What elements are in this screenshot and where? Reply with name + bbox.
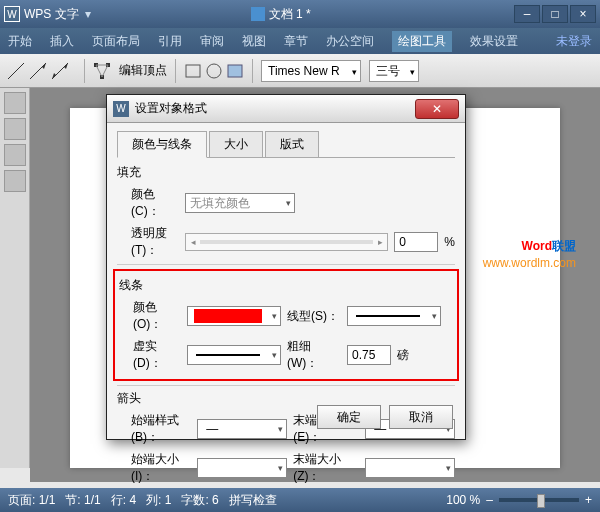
end-size-combo[interactable] xyxy=(365,458,455,478)
line-dash-label: 虚实(D)： xyxy=(119,338,181,372)
font-combo[interactable]: Times New R xyxy=(261,60,361,82)
zoom-value[interactable]: 100 % xyxy=(446,493,480,507)
svg-rect-9 xyxy=(186,65,200,77)
cancel-button[interactable]: 取消 xyxy=(389,405,453,429)
fill-color-combo[interactable]: 无填充颜色 xyxy=(185,193,295,213)
tab-layout[interactable]: 版式 xyxy=(265,131,319,158)
menu-office[interactable]: 办公空间 xyxy=(326,33,374,50)
qa-save-icon[interactable] xyxy=(4,144,26,166)
app-dropdown-icon[interactable]: ▾ xyxy=(85,7,91,21)
dialog-icon: W xyxy=(113,101,129,117)
begin-size-combo[interactable] xyxy=(197,458,287,478)
menu-chapter[interactable]: 章节 xyxy=(284,33,308,50)
status-page[interactable]: 页面: 1/1 xyxy=(8,492,55,509)
line-color-label: 颜色(O)： xyxy=(119,299,181,333)
dialog-titlebar[interactable]: W 设置对象格式 ✕ xyxy=(107,95,465,123)
red-swatch-icon xyxy=(194,309,262,323)
watermark-url: www.wordlm.com xyxy=(483,256,576,270)
qa-print-icon[interactable] xyxy=(4,170,26,192)
status-bar: 页面: 1/1 节: 1/1 行: 4 列: 1 字数: 6 拼写检查 100 … xyxy=(0,488,600,512)
tab-size[interactable]: 大小 xyxy=(209,131,263,158)
font-size-combo[interactable]: 三号 xyxy=(369,60,419,82)
format-object-dialog: W 设置对象格式 ✕ 颜色与线条 大小 版式 填充 颜色(C)： 无填充颜色 透… xyxy=(106,94,466,440)
status-spell[interactable]: 拼写检查 xyxy=(229,492,277,509)
begin-size-label: 始端大小(I)： xyxy=(117,451,191,485)
line-style-label: 线型(S)： xyxy=(287,308,341,325)
line-weight-label: 粗细(W)： xyxy=(287,338,341,372)
menu-effects[interactable]: 效果设置 xyxy=(470,33,518,50)
begin-style-label: 始端样式(B)： xyxy=(117,412,191,446)
line-style-combo[interactable] xyxy=(347,306,441,326)
line-weight-unit: 磅 xyxy=(397,347,409,364)
transparency-slider[interactable]: ◂▸ xyxy=(185,233,388,251)
watermark-logo: Word联盟 xyxy=(522,234,576,255)
edit-vertex-icon[interactable] xyxy=(93,62,111,80)
menu-review[interactable]: 审阅 xyxy=(200,33,224,50)
document-title: 文档 1 * xyxy=(269,6,311,23)
line-group-label: 线条 xyxy=(119,277,453,294)
document-icon xyxy=(251,7,265,21)
zoom-in-button[interactable]: + xyxy=(585,493,592,507)
status-chars[interactable]: 字数: 6 xyxy=(181,492,218,509)
menu-login[interactable]: 未登录 xyxy=(556,33,592,50)
svg-rect-11 xyxy=(228,65,242,77)
title-bar: W WPS 文字 ▾ 文档 1 * – □ × xyxy=(0,0,600,28)
zoom-out-button[interactable]: – xyxy=(486,493,493,507)
zoom-slider[interactable] xyxy=(499,498,579,502)
menu-view[interactable]: 视图 xyxy=(242,33,266,50)
line-section-highlight: 线条 颜色(O)： 线型(S)： 虚实(D)： 粗细(W)： 0.75 磅 xyxy=(113,269,459,381)
status-section[interactable]: 节: 1/1 xyxy=(65,492,100,509)
menu-ref[interactable]: 引用 xyxy=(158,33,182,50)
menu-start[interactable]: 开始 xyxy=(8,33,32,50)
transparency-unit: % xyxy=(444,235,455,249)
menu-insert[interactable]: 插入 xyxy=(50,33,74,50)
dialog-title: 设置对象格式 xyxy=(135,100,207,117)
line-color-combo[interactable] xyxy=(187,306,281,326)
menu-bar: 开始 插入 页面布局 引用 审阅 视图 章节 办公空间 绘图工具 效果设置 未登… xyxy=(0,28,600,54)
tab-color-line[interactable]: 颜色与线条 xyxy=(117,131,207,158)
menu-layout[interactable]: 页面布局 xyxy=(92,33,140,50)
line-weight-spinner[interactable]: 0.75 xyxy=(347,345,391,365)
svg-point-10 xyxy=(207,64,221,78)
status-col[interactable]: 列: 1 xyxy=(146,492,171,509)
ok-button[interactable]: 确定 xyxy=(317,405,381,429)
qa-open-icon[interactable] xyxy=(4,118,26,140)
transparency-spinner[interactable]: 0 xyxy=(394,232,438,252)
app-name: WPS 文字 xyxy=(24,6,79,23)
app-icon: W xyxy=(4,6,20,22)
ribbon: 编辑顶点 Times New R 三号 xyxy=(0,54,600,88)
menu-drawing-tools[interactable]: 绘图工具 xyxy=(392,31,452,52)
edit-vertex-label[interactable]: 编辑顶点 xyxy=(119,62,167,79)
svg-line-0 xyxy=(8,63,24,79)
line-tools-icon[interactable] xyxy=(6,61,76,81)
fill-group-label: 填充 xyxy=(117,164,455,181)
qa-new-icon[interactable] xyxy=(4,92,26,114)
line-dash-combo[interactable] xyxy=(187,345,281,365)
minimize-button[interactable]: – xyxy=(514,5,540,23)
end-size-label: 末端大小(Z)： xyxy=(293,451,359,485)
shape-tools-icon[interactable] xyxy=(184,61,244,81)
quick-access-sidebar xyxy=(0,88,30,468)
dialog-tabs: 颜色与线条 大小 版式 xyxy=(117,131,455,158)
begin-style-combo[interactable]: — xyxy=(197,419,287,439)
maximize-button[interactable]: □ xyxy=(542,5,568,23)
transparency-label: 透明度(T)： xyxy=(117,225,179,259)
status-line[interactable]: 行: 4 xyxy=(111,492,136,509)
close-button[interactable]: × xyxy=(570,5,596,23)
dialog-close-button[interactable]: ✕ xyxy=(415,99,459,119)
fill-color-label: 颜色(C)： xyxy=(117,186,179,220)
